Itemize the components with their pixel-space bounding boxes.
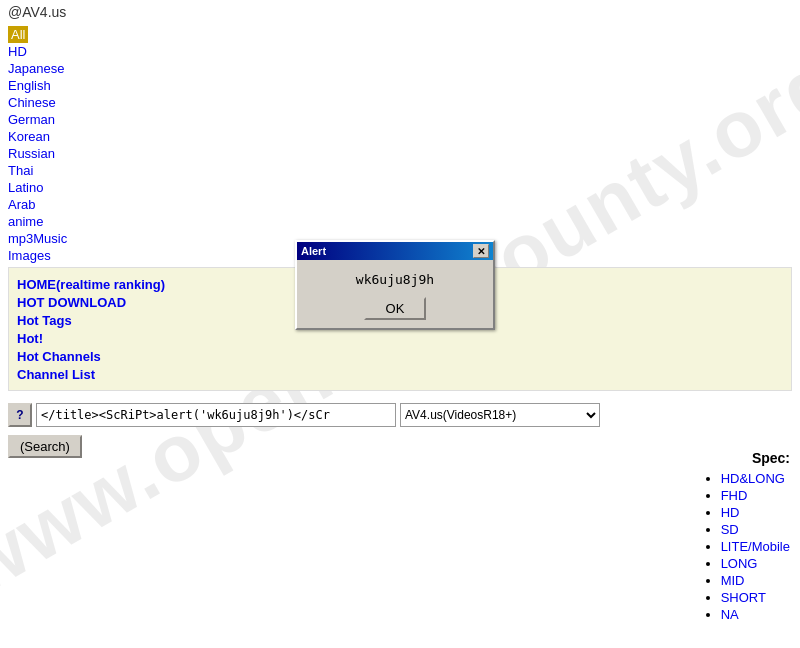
spec-item-na[interactable]: NA <box>721 607 739 622</box>
nav-item-korean[interactable]: Korean <box>8 129 50 144</box>
nav-item-anime[interactable]: anime <box>8 214 43 229</box>
search-input[interactable] <box>36 403 396 427</box>
alert-ok-button[interactable]: OK <box>364 297 427 320</box>
alert-close-button[interactable]: ✕ <box>473 244 489 258</box>
nav-item-japanese[interactable]: Japanese <box>8 61 64 76</box>
spec-area: Spec: HD&LONGFHDHDSDLITE/MobileLONGMIDSH… <box>701 450 790 623</box>
secondary-nav-item[interactable]: Hot! <box>17 331 43 346</box>
secondary-nav-item[interactable]: HOT DOWNLOAD <box>17 295 126 310</box>
search-button[interactable]: (Search) <box>8 435 82 458</box>
nav-item-hd[interactable]: HD <box>8 44 27 59</box>
nav-item-chinese[interactable]: Chinese <box>8 95 56 110</box>
nav-item-all[interactable]: All <box>8 26 28 43</box>
search-area: ? AV4.us(VideosR18+) <box>8 403 792 427</box>
help-button[interactable]: ? <box>8 403 32 427</box>
spec-item-lite/mobile[interactable]: LITE/Mobile <box>721 539 790 554</box>
secondary-nav-item[interactable]: Channel List <box>17 367 95 382</box>
nav-item-thai[interactable]: Thai <box>8 163 33 178</box>
spec-item-fhd[interactable]: FHD <box>721 488 748 503</box>
spec-item-hd[interactable]: HD <box>721 505 740 520</box>
spec-item-mid[interactable]: MID <box>721 573 745 588</box>
spec-item-hd&long[interactable]: HD&LONG <box>721 471 785 486</box>
spec-item-long[interactable]: LONG <box>721 556 758 571</box>
nav-item-mp3music[interactable]: mp3Music <box>8 231 67 246</box>
nav-item-images[interactable]: Images <box>8 248 51 263</box>
nav-item-english[interactable]: English <box>8 78 51 93</box>
search-select[interactable]: AV4.us(VideosR18+) <box>400 403 600 427</box>
site-title: @AV4.us <box>8 4 792 20</box>
nav-item-arab[interactable]: Arab <box>8 197 35 212</box>
secondary-nav-item[interactable]: Hot Channels <box>17 349 101 364</box>
nav-item-latino[interactable]: Latino <box>8 180 43 195</box>
alert-title: Alert <box>301 245 326 257</box>
alert-body: wk6uju8j9h OK <box>297 260 493 328</box>
nav-item-german[interactable]: German <box>8 112 55 127</box>
secondary-nav-item[interactable]: HOME(realtime ranking) <box>17 277 165 292</box>
primary-nav: AllHDJapaneseEnglishChineseGermanKoreanR… <box>8 26 792 263</box>
spec-item-short[interactable]: SHORT <box>721 590 766 605</box>
spec-list: HD&LONGFHDHDSDLITE/MobileLONGMIDSHORTNA <box>701 470 790 622</box>
secondary-nav-item[interactable]: Hot Tags <box>17 313 72 328</box>
spec-item-sd[interactable]: SD <box>721 522 739 537</box>
alert-dialog: Alert ✕ wk6uju8j9h OK <box>295 240 495 330</box>
alert-titlebar: Alert ✕ <box>297 242 493 260</box>
nav-item-russian[interactable]: Russian <box>8 146 55 161</box>
alert-message: wk6uju8j9h <box>305 272 485 287</box>
